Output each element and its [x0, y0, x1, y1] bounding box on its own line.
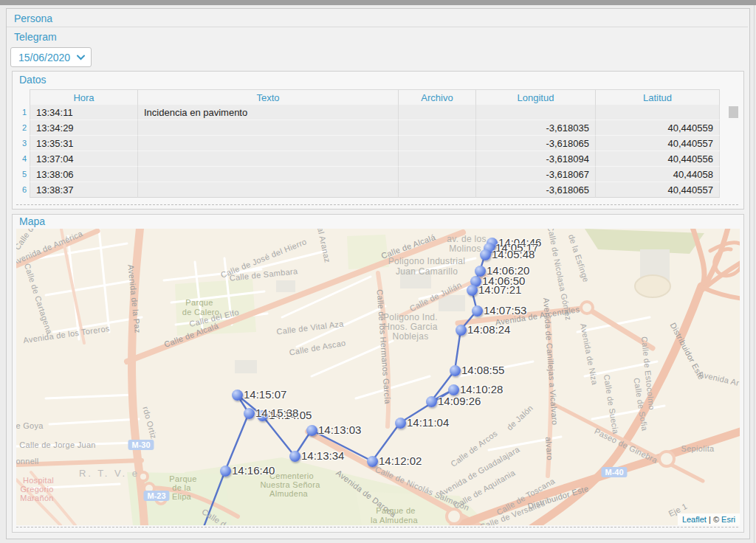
cell-archivo[interactable]: [399, 136, 476, 151]
map-marker[interactable]: [456, 325, 467, 336]
marker-time-label: 14:05:48: [492, 249, 535, 260]
street-label: de la: [172, 483, 190, 492]
telegram-label: Telegram: [14, 31, 57, 43]
persona-section-header[interactable]: Persona: [7, 9, 748, 27]
cell-texto[interactable]: [138, 151, 399, 167]
datos-table: HoraTextoArchivoLongitudLatitud113:34:11…: [16, 89, 720, 198]
marker-time-label: 14:13:03: [318, 424, 361, 436]
datos-title: Datos: [19, 74, 47, 86]
cell-longitud[interactable]: -3,618067: [476, 167, 596, 182]
cell-archivo[interactable]: [399, 151, 476, 167]
cell-hora[interactable]: 13:34:29: [30, 120, 138, 136]
window-edge: [754, 5, 755, 543]
persona-label: Persona: [14, 13, 52, 24]
map-marker[interactable]: [426, 396, 437, 407]
map-marker[interactable]: [467, 285, 478, 296]
cell-texto[interactable]: [138, 182, 399, 198]
marker-time-label: 14:13:34: [301, 450, 344, 462]
cell-longitud[interactable]: [476, 105, 596, 120]
street-label: Hospital: [23, 476, 54, 485]
telegram-section-header[interactable]: Telegram: [7, 30, 748, 44]
cell-latitud[interactable]: 40,440559: [596, 120, 720, 136]
row-number: 4: [16, 151, 30, 167]
map-marker[interactable]: [448, 384, 459, 395]
leaflet-link[interactable]: Leaflet: [682, 515, 707, 524]
street-label: Poligono Industrial: [388, 256, 465, 266]
map-marker[interactable]: [480, 249, 491, 260]
cell-longitud[interactable]: -3,618065: [476, 136, 596, 151]
row-number: 2: [16, 120, 30, 136]
cell-texto[interactable]: [138, 120, 399, 136]
cell-latitud[interactable]: 40,440556: [596, 151, 720, 167]
cell-texto[interactable]: [138, 167, 399, 182]
cell-longitud[interactable]: -3,618065: [476, 182, 596, 198]
map-marker[interactable]: [367, 456, 378, 467]
cell-hora[interactable]: 13:35:31: [30, 136, 138, 151]
street-label: Calle de Jorge Juan: [19, 440, 96, 449]
row-number: 3: [16, 136, 30, 151]
datos-table-scrollbar-thumb[interactable]: [729, 106, 738, 118]
cell-longitud[interactable]: -3,618035: [476, 120, 596, 136]
cell-latitud[interactable]: [596, 105, 720, 120]
cell-texto[interactable]: [138, 136, 399, 151]
marker-time-label: 14:10:28: [460, 384, 503, 395]
street-label: Nuestra Señora: [260, 480, 320, 489]
street-label: Gregorio: [20, 485, 53, 494]
marker-time-label: 14:08:24: [467, 324, 510, 336]
map-marker[interactable]: [244, 408, 255, 419]
street-label: la Almudena: [371, 516, 418, 525]
cell-hora[interactable]: 13:38:06: [30, 167, 138, 182]
cell-hora[interactable]: 13:37:04: [30, 151, 138, 167]
cell-latitud[interactable]: 40,44058: [596, 167, 720, 182]
cell-archivo[interactable]: [399, 105, 476, 120]
road-badge-m-30: M-30: [128, 440, 154, 450]
street-label: Elipa: [172, 492, 191, 501]
street-label: Parque de: [376, 506, 415, 515]
street-label: Marañón: [20, 494, 54, 502]
cell-hora[interactable]: 13:38:37: [30, 182, 138, 198]
cell-latitud[interactable]: 40,440557: [596, 182, 720, 198]
marker-time-label: 14:16:40: [232, 465, 275, 477]
map-attribution: Leaflet | © Esri: [678, 513, 740, 525]
chevron-down-icon: [77, 55, 91, 60]
street-label: Poligono Ind.: [383, 312, 438, 322]
cell-latitud[interactable]: 40,440557: [596, 136, 720, 151]
attribution-separator: | ©: [707, 515, 721, 524]
cell-hora[interactable]: 13:34:11: [30, 105, 138, 120]
marker-time-label: 14:15:38: [255, 407, 298, 419]
cell-archivo[interactable]: [399, 182, 476, 198]
street-label: R. T. V. e: [79, 468, 140, 479]
street-label: Molinos: [449, 243, 481, 254]
street-label: Almudena: [269, 489, 308, 498]
street-label: Cementerio: [269, 471, 314, 480]
map-marker[interactable]: [395, 418, 406, 429]
date-dropdown-value: 15/06/2020: [11, 52, 77, 63]
marker-time-label: 14:07:21: [478, 284, 521, 296]
cell-archivo[interactable]: [399, 120, 476, 136]
map-canvas[interactable]: Calle deAvenida de AméricaCalle de Carta…: [16, 229, 740, 525]
street-label: Sepiolita: [681, 444, 715, 453]
row-number: 1: [16, 105, 30, 120]
map-marker[interactable]: [220, 466, 231, 477]
map-marker[interactable]: [306, 425, 317, 436]
date-dropdown[interactable]: 15/06/2020: [10, 47, 92, 67]
street-label: Parque: [169, 474, 196, 483]
window-top-strip: [0, 0, 756, 5]
mapa-title: Mapa: [19, 215, 45, 227]
street-label: Parque: [185, 298, 213, 307]
datos-resize-handle[interactable]: [16, 204, 738, 205]
cell-archivo[interactable]: [399, 167, 476, 182]
cell-longitud[interactable]: -3,618094: [476, 151, 596, 167]
marker-time-label: 14:15:07: [244, 389, 286, 401]
street-label: e de Goya: [16, 421, 44, 430]
mapa-resize-handle[interactable]: [16, 527, 738, 528]
table-corner-cell: [16, 89, 30, 105]
map-marker[interactable]: [472, 305, 483, 317]
map-marker[interactable]: [232, 390, 243, 401]
map-marker[interactable]: [289, 451, 300, 462]
application-window: Persona Telegram 15/06/2020 Datos HoraTe…: [0, 0, 756, 543]
map-marker[interactable]: [450, 365, 461, 376]
esri-link[interactable]: Esri: [721, 515, 735, 524]
cell-texto[interactable]: Incidencia en pavimento: [138, 105, 399, 120]
marker-time-label: 14:12:02: [379, 455, 422, 467]
